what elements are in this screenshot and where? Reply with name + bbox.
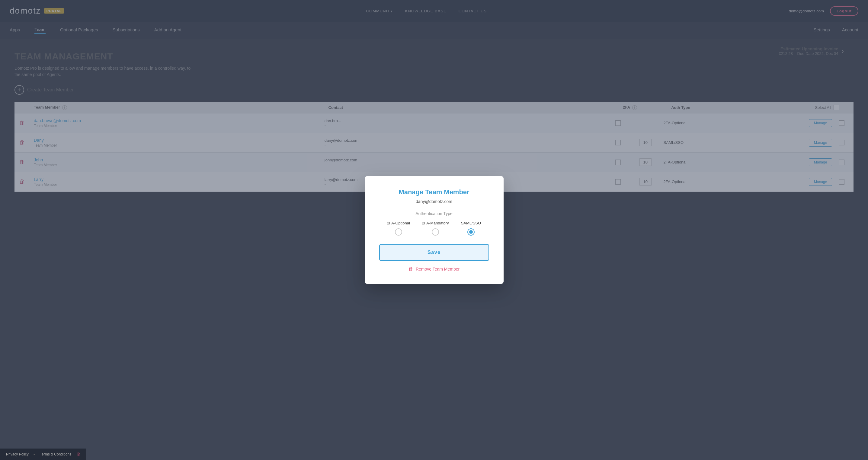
- terms-link[interactable]: Terms & Conditions: [40, 452, 71, 456]
- auth-option-2fa-optional[interactable]: 2FA-Optional: [387, 221, 410, 236]
- radio-2fa-mandatory[interactable]: [432, 228, 439, 236]
- auth-option-saml-sso[interactable]: SAML/SSO: [461, 221, 481, 236]
- auth-option-label-saml-sso: SAML/SSO: [461, 221, 481, 225]
- footer-trash-icon: 🗑: [76, 452, 80, 457]
- radio-2fa-optional[interactable]: [395, 228, 402, 236]
- auth-option-label-2fa-mandatory: 2FA-Mandatory: [422, 221, 449, 225]
- remove-trash-icon: 🗑: [408, 266, 413, 272]
- modal-title: Manage Team Member: [399, 188, 469, 196]
- privacy-policy-link[interactable]: Privacy Policy: [6, 452, 29, 456]
- remove-team-member-link[interactable]: 🗑 Remove Team Member: [408, 266, 460, 272]
- radio-inner-saml-sso: [469, 230, 473, 234]
- auth-option-2fa-mandatory[interactable]: 2FA-Mandatory: [422, 221, 449, 236]
- footer-separator: -: [33, 452, 35, 457]
- auth-option-label-2fa-optional: 2FA-Optional: [387, 221, 410, 225]
- save-button[interactable]: Save: [379, 244, 489, 261]
- manage-team-member-modal: Manage Team Member dany@domotz.com Authe…: [365, 176, 504, 284]
- auth-options: 2FA-Optional 2FA-Mandatory SAML/SSO: [387, 221, 481, 236]
- auth-type-label: Authentication Type: [415, 211, 453, 216]
- radio-saml-sso[interactable]: [467, 228, 475, 236]
- remove-label: Remove Team Member: [416, 267, 460, 271]
- modal-overlay[interactable]: Manage Team Member dany@domotz.com Authe…: [0, 0, 868, 460]
- modal-member-email: dany@domotz.com: [416, 199, 452, 204]
- footer: Privacy Policy - Terms & Conditions 🗑: [0, 449, 86, 460]
